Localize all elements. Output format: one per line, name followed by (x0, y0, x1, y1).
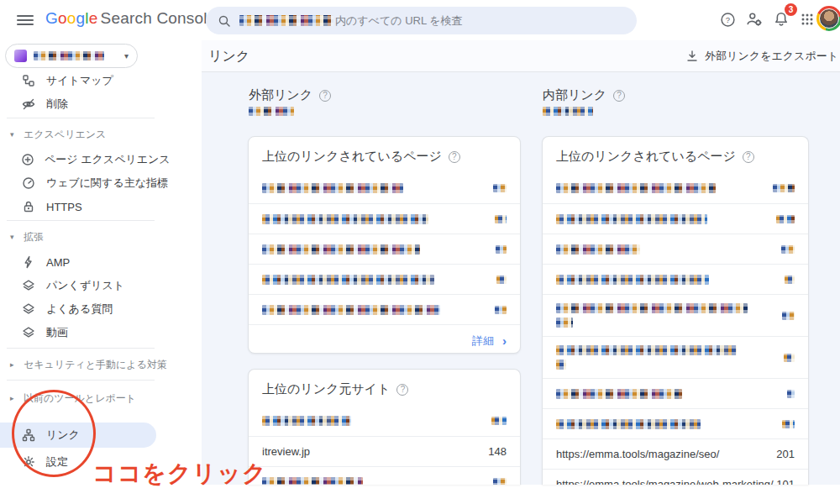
table-row[interactable] (543, 408, 808, 438)
redacted-site (262, 477, 363, 486)
lightning-bolt-icon (21, 255, 36, 269)
account-avatar[interactable] (816, 6, 840, 31)
sidebar-item-links[interactable]: リンク (0, 423, 156, 448)
table-row[interactable] (543, 378, 808, 408)
sidebar-item-sitemaps[interactable]: サイトマップ (0, 69, 168, 92)
annotation-text: ココをクリック (92, 458, 267, 490)
redacted-property-name (34, 51, 104, 60)
table-row[interactable] (249, 173, 520, 203)
section-label: エクスペリエンス (24, 128, 106, 142)
card-title: 上位のリンクされているページ ? (543, 137, 808, 173)
redacted-count (496, 245, 507, 254)
url-inspection-search[interactable]: 内のすべての URL を検査 (206, 7, 637, 34)
sidebar-item-breadcrumbs[interactable]: パンくずリスト (0, 274, 168, 297)
table-row[interactable] (249, 466, 520, 485)
top-header: GoogleSearch Console 内のすべての URL を検査 ? (0, 0, 840, 40)
table-row[interactable] (543, 203, 808, 234)
card-title-label: 上位のリンクされているページ (556, 149, 736, 165)
notifications-button[interactable]: 3 (770, 8, 792, 30)
table-row[interactable]: https://emma.tools/magazine/web-marketin… (543, 469, 808, 485)
table-row[interactable]: itreview.jp 148 (249, 436, 520, 466)
url-count: 201 (776, 448, 795, 460)
logo-letter: e (89, 9, 98, 27)
sidebar-item-label: 動画 (46, 325, 68, 340)
menu-icon[interactable] (17, 13, 34, 26)
sitemap-icon (21, 74, 36, 87)
table-row[interactable] (249, 294, 520, 324)
sidebar-item-label: AMP (46, 256, 70, 269)
sidebar-section-enhancements[interactable]: ▾ 拡張 (0, 227, 185, 247)
sidebar-item-label: ウェブに関する主な指標 (46, 176, 168, 191)
sidebar-item-label: リンク (46, 428, 80, 443)
sidebar-item-faq[interactable]: よくある質問 (0, 297, 168, 321)
redacted-url (556, 419, 701, 429)
table-row[interactable] (543, 294, 808, 336)
redacted-count (781, 245, 795, 254)
search-placeholder: 内のすべての URL を検査 (335, 13, 463, 29)
redacted-site (262, 416, 351, 426)
sidebar-item-amp[interactable]: AMP (0, 250, 168, 274)
redacted-count (787, 390, 795, 398)
page-title: リンク (208, 48, 249, 66)
chevron-right-icon: › (502, 333, 507, 348)
sidebar-item-https[interactable]: HTTPS (0, 195, 168, 218)
sidebar-item-label: 設定 (46, 454, 68, 470)
redacted-count (776, 215, 795, 223)
gear-icon (21, 455, 36, 469)
google-search-console-app: GoogleSearch Console 内のすべての URL を検査 ? (0, 0, 840, 504)
sidebar-section-security-manual-actions[interactable]: ▸ セキュリティと手動による対策 (0, 354, 185, 375)
person-gear-icon (746, 11, 763, 28)
redacted-count (785, 276, 795, 284)
sidebar-item-label: 削除 (46, 97, 68, 112)
divider (7, 220, 155, 221)
redacted-count (493, 478, 507, 486)
avatar-photo (819, 8, 839, 29)
sidebar-section-experience[interactable]: ▾ エクスペリエンス (0, 124, 185, 144)
apps-grid-button[interactable] (796, 8, 818, 30)
help-icon[interactable]: ? (396, 384, 408, 396)
site-label: itreview.jp (262, 445, 310, 458)
layers-icon (21, 279, 36, 292)
help-icon[interactable]: ? (743, 151, 754, 163)
help-icon[interactable]: ? (319, 90, 331, 102)
table-row[interactable] (543, 173, 808, 203)
table-row[interactable] (249, 234, 520, 264)
help-icon: ? (720, 12, 736, 28)
redacted-url (556, 303, 748, 313)
sidebar-item-videos[interactable]: 動画 (0, 321, 168, 344)
table-row[interactable] (543, 234, 808, 264)
redacted-url (262, 244, 420, 255)
url-label: https://emma.tools/magazine/web-marketin… (556, 478, 774, 485)
table-row[interactable] (543, 264, 808, 294)
table-row[interactable] (249, 203, 520, 234)
svg-text:?: ? (725, 15, 729, 24)
table-row[interactable] (543, 336, 808, 378)
caret-right-icon: ▸ (10, 360, 20, 369)
table-row[interactable] (249, 264, 520, 294)
app-logo[interactable]: GoogleSearch Console (45, 9, 217, 28)
sidebar-item-label: ページ エクスペリエンス (45, 152, 171, 167)
link-hierarchy-icon (21, 428, 36, 442)
user-settings-button[interactable] (743, 8, 765, 30)
table-row[interactable]: https://emma.tools/magazine/seo/ 201 (543, 438, 808, 469)
redacted-url (556, 275, 709, 285)
apps-grid-icon (800, 12, 815, 27)
section-label: セキュリティと手動による対策 (24, 358, 167, 372)
help-icon[interactable]: ? (613, 90, 625, 102)
divider (7, 118, 155, 118)
redacted-url (556, 360, 566, 370)
lock-icon (21, 200, 36, 213)
chevron-down-icon: ▾ (124, 51, 129, 60)
table-row[interactable] (249, 406, 520, 436)
external-links-heading: 外部リンク ? (249, 87, 331, 103)
property-selector[interactable]: ▾ (5, 44, 138, 68)
help-icon[interactable]: ? (449, 151, 460, 163)
export-external-links-button[interactable]: 外部リンクをエクスポート (679, 47, 840, 66)
more-details-link[interactable]: 詳細 › (249, 324, 520, 354)
sidebar-section-legacy-tools[interactable]: ▸ 以前のツールとレポート (0, 388, 185, 408)
sidebar-item-page-experience[interactable]: ページ エクスペリエンス (0, 148, 168, 171)
internal-top-linked-pages-card: 上位のリンクされているページ ? https://emma.tools/maga… (542, 136, 809, 485)
help-button[interactable]: ? (717, 8, 738, 30)
sidebar-item-core-web-vitals[interactable]: ウェブに関する主な指標 (0, 171, 168, 195)
sidebar-item-removals[interactable]: 削除 (0, 92, 168, 116)
